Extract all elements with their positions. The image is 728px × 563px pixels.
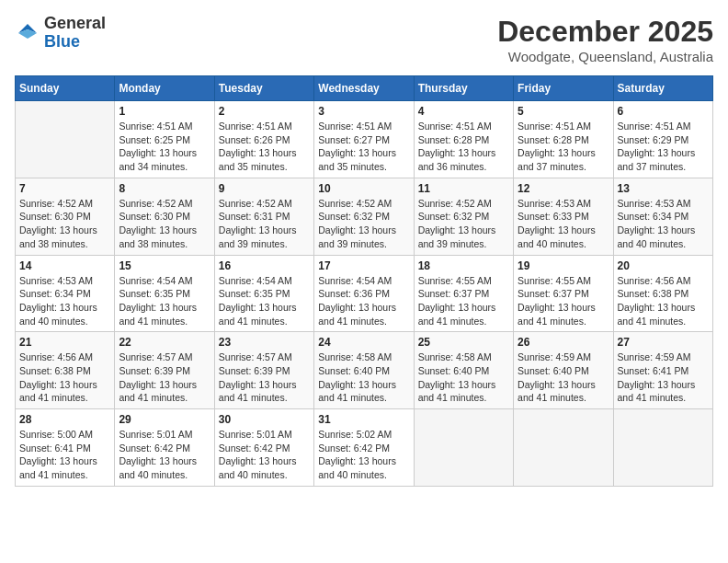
day-number: 3 bbox=[318, 105, 409, 118]
calendar-cell: 5Sunrise: 4:51 AM Sunset: 6:28 PM Daylig… bbox=[514, 101, 613, 178]
day-info: Sunrise: 4:53 AM Sunset: 6:34 PM Dayligh… bbox=[618, 197, 709, 251]
day-number: 18 bbox=[418, 259, 509, 272]
day-info: Sunrise: 4:58 AM Sunset: 6:40 PM Dayligh… bbox=[318, 350, 409, 405]
calendar-cell: 19Sunrise: 4:55 AM Sunset: 6:37 PM Dayli… bbox=[514, 255, 613, 332]
calendar-cell: 20Sunrise: 4:56 AM Sunset: 6:38 PM Dayli… bbox=[613, 255, 712, 332]
day-number: 1 bbox=[119, 105, 210, 118]
weekday-header-wednesday: Wednesday bbox=[314, 76, 414, 101]
day-info: Sunrise: 4:51 AM Sunset: 6:26 PM Dayligh… bbox=[219, 120, 310, 174]
calendar-body: 1Sunrise: 4:51 AM Sunset: 6:25 PM Daylig… bbox=[16, 101, 713, 487]
day-number: 24 bbox=[318, 336, 409, 349]
day-number: 17 bbox=[318, 259, 409, 272]
calendar-cell: 3Sunrise: 4:51 AM Sunset: 6:27 PM Daylig… bbox=[314, 101, 414, 178]
day-info: Sunrise: 5:01 AM Sunset: 6:42 PM Dayligh… bbox=[119, 428, 210, 482]
day-info: Sunrise: 4:53 AM Sunset: 6:33 PM Dayligh… bbox=[518, 197, 609, 251]
calendar-cell: 4Sunrise: 4:51 AM Sunset: 6:28 PM Daylig… bbox=[414, 101, 513, 178]
day-info: Sunrise: 4:55 AM Sunset: 6:37 PM Dayligh… bbox=[418, 274, 509, 328]
day-number: 25 bbox=[418, 336, 509, 349]
day-info: Sunrise: 4:59 AM Sunset: 6:40 PM Dayligh… bbox=[518, 350, 609, 405]
day-info: Sunrise: 5:01 AM Sunset: 6:42 PM Dayligh… bbox=[219, 428, 310, 482]
day-info: Sunrise: 4:56 AM Sunset: 6:38 PM Dayligh… bbox=[19, 350, 110, 405]
day-info: Sunrise: 4:54 AM Sunset: 6:35 PM Dayligh… bbox=[219, 274, 310, 328]
day-number: 31 bbox=[318, 413, 409, 426]
logo: General Blue bbox=[15, 15, 106, 52]
day-info: Sunrise: 4:52 AM Sunset: 6:30 PM Dayligh… bbox=[119, 197, 210, 251]
day-number: 19 bbox=[518, 259, 609, 272]
day-info: Sunrise: 5:02 AM Sunset: 6:42 PM Dayligh… bbox=[318, 428, 409, 482]
day-number: 16 bbox=[219, 259, 310, 272]
calendar-week-5: 28Sunrise: 5:00 AM Sunset: 6:41 PM Dayli… bbox=[16, 409, 713, 487]
calendar-cell: 23Sunrise: 4:57 AM Sunset: 6:39 PM Dayli… bbox=[214, 332, 313, 409]
calendar-table: SundayMondayTuesdayWednesdayThursdayFrid… bbox=[15, 75, 713, 487]
calendar-cell: 7Sunrise: 4:52 AM Sunset: 6:30 PM Daylig… bbox=[16, 178, 115, 255]
calendar-cell: 9Sunrise: 4:52 AM Sunset: 6:31 PM Daylig… bbox=[214, 178, 313, 255]
calendar-cell: 22Sunrise: 4:57 AM Sunset: 6:39 PM Dayli… bbox=[115, 332, 214, 409]
weekday-header-monday: Monday bbox=[115, 76, 214, 101]
logo-general-text: General bbox=[44, 15, 106, 33]
calendar-cell: 21Sunrise: 4:56 AM Sunset: 6:38 PM Dayli… bbox=[16, 332, 115, 409]
calendar-cell: 1Sunrise: 4:51 AM Sunset: 6:25 PM Daylig… bbox=[115, 101, 214, 178]
day-info: Sunrise: 4:56 AM Sunset: 6:38 PM Dayligh… bbox=[618, 274, 709, 328]
day-number: 30 bbox=[219, 413, 310, 426]
weekday-header-sunday: Sunday bbox=[16, 76, 115, 101]
day-number: 26 bbox=[518, 336, 609, 349]
day-info: Sunrise: 5:00 AM Sunset: 6:41 PM Dayligh… bbox=[19, 428, 110, 482]
calendar-week-4: 21Sunrise: 4:56 AM Sunset: 6:38 PM Dayli… bbox=[16, 332, 713, 409]
day-info: Sunrise: 4:52 AM Sunset: 6:30 PM Dayligh… bbox=[19, 197, 110, 251]
calendar-cell: 10Sunrise: 4:52 AM Sunset: 6:32 PM Dayli… bbox=[314, 178, 414, 255]
day-info: Sunrise: 4:52 AM Sunset: 6:32 PM Dayligh… bbox=[318, 197, 409, 251]
calendar-cell: 15Sunrise: 4:54 AM Sunset: 6:35 PM Dayli… bbox=[115, 255, 214, 332]
title-block: December 2025 Woodgate, Queensland, Aust… bbox=[497, 15, 713, 64]
day-info: Sunrise: 4:51 AM Sunset: 6:27 PM Dayligh… bbox=[318, 120, 409, 174]
day-number: 12 bbox=[518, 182, 609, 195]
day-number: 4 bbox=[418, 105, 509, 118]
calendar-cell: 13Sunrise: 4:53 AM Sunset: 6:34 PM Dayli… bbox=[613, 178, 712, 255]
day-info: Sunrise: 4:51 AM Sunset: 6:28 PM Dayligh… bbox=[418, 120, 509, 174]
calendar-cell: 27Sunrise: 4:59 AM Sunset: 6:41 PM Dayli… bbox=[613, 332, 712, 409]
day-number: 11 bbox=[418, 182, 509, 195]
day-number: 5 bbox=[518, 105, 609, 118]
calendar-cell: 25Sunrise: 4:58 AM Sunset: 6:40 PM Dayli… bbox=[414, 332, 513, 409]
calendar-cell: 24Sunrise: 4:58 AM Sunset: 6:40 PM Dayli… bbox=[314, 332, 414, 409]
calendar-week-2: 7Sunrise: 4:52 AM Sunset: 6:30 PM Daylig… bbox=[16, 178, 713, 255]
day-number: 23 bbox=[219, 336, 310, 349]
day-number: 22 bbox=[119, 336, 210, 349]
day-number: 9 bbox=[219, 182, 310, 195]
calendar-cell: 14Sunrise: 4:53 AM Sunset: 6:34 PM Dayli… bbox=[16, 255, 115, 332]
day-info: Sunrise: 4:51 AM Sunset: 6:29 PM Dayligh… bbox=[618, 120, 709, 174]
calendar-cell: 11Sunrise: 4:52 AM Sunset: 6:32 PM Dayli… bbox=[414, 178, 513, 255]
weekday-header-tuesday: Tuesday bbox=[214, 76, 313, 101]
logo-icon bbox=[15, 20, 40, 46]
day-number: 27 bbox=[618, 336, 709, 349]
day-info: Sunrise: 4:53 AM Sunset: 6:34 PM Dayligh… bbox=[19, 274, 110, 328]
page-header: General Blue December 2025 Woodgate, Que… bbox=[15, 15, 713, 64]
day-number: 29 bbox=[119, 413, 210, 426]
location: Woodgate, Queensland, Australia bbox=[497, 49, 713, 64]
day-info: Sunrise: 4:51 AM Sunset: 6:28 PM Dayligh… bbox=[518, 120, 609, 174]
day-number: 28 bbox=[19, 413, 110, 426]
day-info: Sunrise: 4:52 AM Sunset: 6:32 PM Dayligh… bbox=[418, 197, 509, 251]
day-number: 7 bbox=[19, 182, 110, 195]
calendar-cell: 28Sunrise: 5:00 AM Sunset: 6:41 PM Dayli… bbox=[16, 409, 115, 487]
calendar-cell: 29Sunrise: 5:01 AM Sunset: 6:42 PM Dayli… bbox=[115, 409, 214, 487]
day-number: 21 bbox=[19, 336, 110, 349]
day-number: 15 bbox=[119, 259, 210, 272]
day-info: Sunrise: 4:54 AM Sunset: 6:36 PM Dayligh… bbox=[318, 274, 409, 328]
day-info: Sunrise: 4:54 AM Sunset: 6:35 PM Dayligh… bbox=[119, 274, 210, 328]
calendar-cell: 26Sunrise: 4:59 AM Sunset: 6:40 PM Dayli… bbox=[514, 332, 613, 409]
day-info: Sunrise: 4:52 AM Sunset: 6:31 PM Dayligh… bbox=[219, 197, 310, 251]
calendar-cell: 31Sunrise: 5:02 AM Sunset: 6:42 PM Dayli… bbox=[314, 409, 414, 487]
day-number: 10 bbox=[318, 182, 409, 195]
calendar-cell: 8Sunrise: 4:52 AM Sunset: 6:30 PM Daylig… bbox=[115, 178, 214, 255]
month-title: December 2025 bbox=[497, 15, 713, 49]
calendar-cell: 6Sunrise: 4:51 AM Sunset: 6:29 PM Daylig… bbox=[613, 101, 712, 178]
calendar-week-3: 14Sunrise: 4:53 AM Sunset: 6:34 PM Dayli… bbox=[16, 255, 713, 332]
day-number: 14 bbox=[19, 259, 110, 272]
calendar-cell: 12Sunrise: 4:53 AM Sunset: 6:33 PM Dayli… bbox=[514, 178, 613, 255]
day-number: 20 bbox=[618, 259, 709, 272]
weekday-header-thursday: Thursday bbox=[414, 76, 513, 101]
day-info: Sunrise: 4:57 AM Sunset: 6:39 PM Dayligh… bbox=[119, 350, 210, 405]
day-number: 13 bbox=[618, 182, 709, 195]
calendar-cell: 30Sunrise: 5:01 AM Sunset: 6:42 PM Dayli… bbox=[214, 409, 313, 487]
weekday-header-saturday: Saturday bbox=[613, 76, 712, 101]
